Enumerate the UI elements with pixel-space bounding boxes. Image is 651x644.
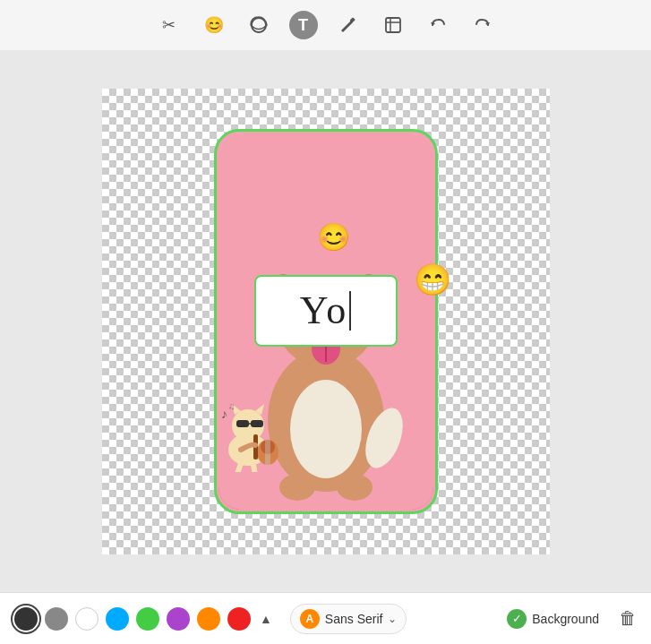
grin-emoji[interactable]: 😁 [414, 262, 451, 297]
color-dot-orange[interactable] [197, 607, 220, 631]
color-dot-purple[interactable] [167, 607, 190, 631]
svg-rect-26 [236, 420, 249, 427]
canvas-background: Yo 😊 😁 [102, 89, 550, 554]
color-dot-white[interactable] [75, 607, 99, 631]
svg-point-20 [337, 474, 373, 501]
text-content: Yo [300, 288, 347, 333]
svg-rect-1 [386, 18, 400, 32]
background-button[interactable]: ✓ Background [498, 605, 608, 633]
scissors-icon[interactable]: ✂ [155, 11, 184, 39]
text-cursor [349, 291, 351, 331]
font-chevron-icon: ⌄ [388, 613, 397, 625]
canvas-area: Yo 😊 😁 [0, 50, 651, 592]
bottom-toolbar: ▲ A Sans Serif ⌄ ✓ Background 🗑 [0, 592, 651, 644]
font-icon: A [300, 609, 320, 629]
delete-icon[interactable]: 🗑 [619, 608, 637, 629]
color-dot-red[interactable] [227, 607, 251, 631]
emoji-icon[interactable]: 😊 [200, 11, 228, 39]
redo-icon[interactable] [468, 11, 497, 39]
color-dot-black[interactable] [14, 607, 38, 631]
color-dot-gray[interactable] [45, 607, 68, 631]
color-dot-blue[interactable] [106, 607, 129, 631]
brush-icon[interactable] [334, 11, 363, 39]
undo-icon[interactable] [424, 11, 452, 39]
toolbar: ✂ 😊 T [0, 0, 651, 50]
image-card[interactable]: Yo 😊 😁 [214, 129, 438, 514]
svg-line-36 [253, 465, 255, 472]
font-selector[interactable]: A Sans Serif ⌄ [290, 604, 407, 634]
text-icon[interactable]: T [289, 11, 318, 39]
background-label: Background [532, 612, 599, 626]
svg-point-19 [279, 474, 315, 501]
colors-expand-icon[interactable]: ▲ [260, 612, 272, 626]
sticker-icon[interactable] [244, 11, 273, 39]
svg-text:♫: ♫ [228, 401, 236, 411]
color-dot-green[interactable] [136, 607, 159, 631]
text-box[interactable]: Yo [254, 275, 398, 347]
svg-point-18 [290, 380, 362, 478]
svg-rect-27 [251, 420, 263, 427]
crop-icon[interactable] [379, 11, 407, 39]
guitar-sticker[interactable]: ♪ ♫ [221, 400, 284, 485]
smiley-emoji[interactable]: 😊 [317, 221, 350, 253]
checkmark-icon: ✓ [507, 609, 527, 629]
font-name: Sans Serif [325, 612, 383, 626]
svg-text:♪: ♪ [221, 407, 227, 421]
svg-line-35 [237, 463, 241, 472]
